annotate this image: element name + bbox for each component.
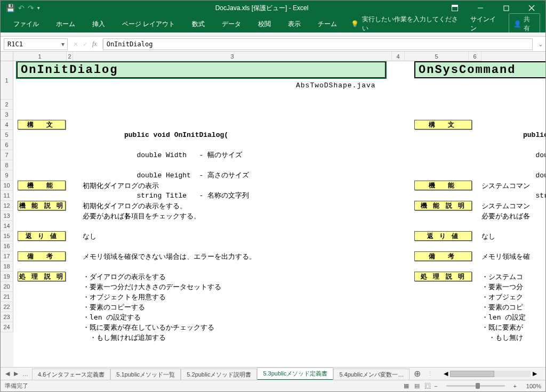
qat-dropdown-icon[interactable]: ▾ [37, 5, 40, 11]
normal-view-icon[interactable]: ▦ [404, 382, 409, 389]
grid-zone: 1 2 3 4 5 6 1 2 3 4 5 6 7 8 9 10 11 12 [1, 52, 545, 367]
row-header[interactable]: 15 [1, 231, 13, 241]
label2-function: 機 能 [414, 181, 472, 190]
row-header[interactable]: 14 [1, 221, 13, 231]
name-box[interactable]: R1C1 ▾ [4, 38, 68, 50]
row-header[interactable]: 5 [1, 130, 13, 140]
tab-view[interactable]: 表示 [280, 18, 308, 31]
name-box-dropdown-icon[interactable]: ▾ [59, 40, 67, 48]
save-icon[interactable]: 💾 [6, 4, 15, 12]
formula-buttons: ✕ ✓ fx [68, 40, 102, 48]
ribbon-options-icon[interactable] [443, 1, 467, 15]
share-icon: 👤 [513, 20, 521, 28]
name-box-value: R1C1 [4, 40, 59, 48]
signin-link[interactable]: サインイン [465, 14, 507, 34]
label2-proc: 処 理 説 明 [414, 272, 472, 281]
page-layout-view-icon[interactable]: ▤ [414, 382, 420, 389]
select-all-triangle[interactable] [1, 52, 13, 61]
add-sheet-button[interactable]: ⊕ [410, 369, 425, 379]
row-header[interactable]: 19 [1, 272, 13, 282]
status-bar: 準備完了 ▦ ▤ ⿴ − + 100% [1, 380, 545, 391]
row-header[interactable]: 1 [1, 61, 13, 100]
return-text: なし [83, 231, 97, 241]
row-header[interactable]: 8 [1, 160, 13, 170]
page-break-view-icon[interactable]: ⿴ [425, 383, 431, 389]
row-header[interactable]: 3 [1, 110, 13, 120]
zoom-in-button[interactable]: + [510, 383, 520, 389]
share-label: 共有 [524, 15, 535, 33]
tab-more-icon[interactable]: … [21, 371, 29, 377]
row-header[interactable]: 17 [1, 251, 13, 262]
row-header[interactable]: 6 [1, 140, 13, 150]
redo-icon[interactable]: ↷ [28, 4, 34, 12]
row-header[interactable]: 22 [1, 302, 13, 312]
scroll-left-icon[interactable]: ◀ [444, 370, 448, 377]
col-header[interactable]: 1 [13, 52, 67, 61]
tab-formulas[interactable]: 数式 [184, 18, 212, 31]
function-text: 初期化ダイアログの表示 [83, 181, 159, 191]
col-header[interactable]: 3 [73, 52, 392, 61]
cancel-icon[interactable]: ✕ [73, 40, 78, 48]
tab-data[interactable]: データ [214, 18, 248, 31]
row-header[interactable]: 20 [1, 282, 13, 292]
col-header[interactable]: 6 [469, 52, 481, 61]
tab-prev-icon[interactable]: ◀ [4, 370, 11, 377]
row-header[interactable]: 2 [1, 100, 13, 110]
sheet-tab[interactable]: 5.1publicメソッド一覧 [110, 369, 181, 380]
row-header[interactable]: 18 [1, 262, 13, 272]
tab-team[interactable]: チーム [310, 18, 344, 31]
sheet-tab[interactable]: 5.4publicメンバ変数一… [333, 369, 410, 380]
formula-input[interactable]: OnInitDialog [103, 38, 533, 50]
tab-file[interactable]: ファイル [6, 18, 46, 31]
funcdesc-text: 初期化ダイアログの表示をする。 必要があれば各項目をチェックする。 [83, 201, 200, 221]
minimize-button[interactable] [469, 1, 492, 15]
label-return: 返 り 値 [18, 231, 66, 241]
row-header[interactable]: 10 [1, 181, 13, 191]
row-header[interactable]: 4 [1, 120, 13, 130]
sheet-tab[interactable]: 4.6インタフェース定義書 [32, 369, 110, 380]
tell-me-box[interactable]: 💡 実行したい作業を入力してください [347, 15, 460, 33]
window-title: DocJava.xls [保護ビュー] - Excel [81, 4, 443, 13]
row-header[interactable]: 13 [1, 211, 13, 221]
formula-expand-icon[interactable]: ⌄ [536, 40, 545, 48]
share-button[interactable]: 👤 共有 [509, 13, 540, 35]
col-header[interactable]: 5 [405, 52, 469, 61]
zoom-value[interactable]: 100% [520, 383, 541, 389]
horizontal-scrollbar[interactable]: ◀ ▶ [444, 370, 537, 378]
scroll-right-icon[interactable]: ▶ [533, 370, 537, 377]
zoom-slider[interactable] [446, 385, 505, 387]
tab-insert[interactable]: 挿入 [85, 18, 113, 31]
row-header[interactable]: 16 [1, 241, 13, 251]
col-header[interactable]: 2 [67, 52, 73, 61]
label2-syntax: 構 文 [414, 120, 472, 129]
sheet-tab-active[interactable]: 5.3publicメソッド定義書 [257, 368, 333, 381]
method-title-cell[interactable]: OnInitDialog [17, 61, 386, 78]
signature2: public void double Wid double Hei string… [481, 120, 545, 211]
fx-icon[interactable]: fx [92, 40, 97, 48]
sheet-tab[interactable]: 5.2publicメソッド説明書 [181, 369, 257, 380]
row-header[interactable]: 9 [1, 170, 13, 181]
sheet-tab-bar: ◀ ▶ … 4.6インタフェース定義書 5.1publicメソッド一覧 5.2p… [1, 367, 545, 380]
zoom-out-button[interactable]: − [431, 383, 440, 389]
worksheet[interactable]: OnInitDialog AbsTwoDShape.java 構 文 publi… [13, 61, 545, 367]
tab-home[interactable]: ホーム [49, 18, 83, 31]
note2-text: メモリ領域を確 [481, 251, 545, 262]
row-header[interactable]: 12 [1, 201, 13, 211]
row-header[interactable]: 21 [1, 292, 13, 302]
col-header[interactable]: 4 [392, 52, 405, 61]
tab-layout[interactable]: ページ レイアウト [115, 18, 182, 31]
function2-text: システムコマン [481, 181, 545, 191]
tab-review[interactable]: 校閲 [251, 18, 278, 31]
row-header[interactable]: 11 [1, 191, 13, 201]
formula-bar: R1C1 ▾ ✕ ✓ fx OnInitDialog ⌄ [1, 37, 545, 52]
enter-icon[interactable]: ✓ [83, 40, 88, 48]
undo-icon[interactable]: ↶ [18, 4, 25, 12]
method2-title-cell[interactable]: OnSysCommand [414, 61, 545, 78]
row-header[interactable]: 24 [1, 322, 13, 332]
svg-rect-3 [504, 6, 509, 11]
tab-next-icon[interactable]: ▶ [12, 370, 20, 377]
row-header[interactable]: 23 [1, 312, 13, 322]
column-headers: 1 2 3 4 5 6 [13, 52, 545, 61]
funcdesc2-text: システムコマン 必要があれば各 [481, 201, 545, 221]
row-header[interactable]: 7 [1, 150, 13, 160]
